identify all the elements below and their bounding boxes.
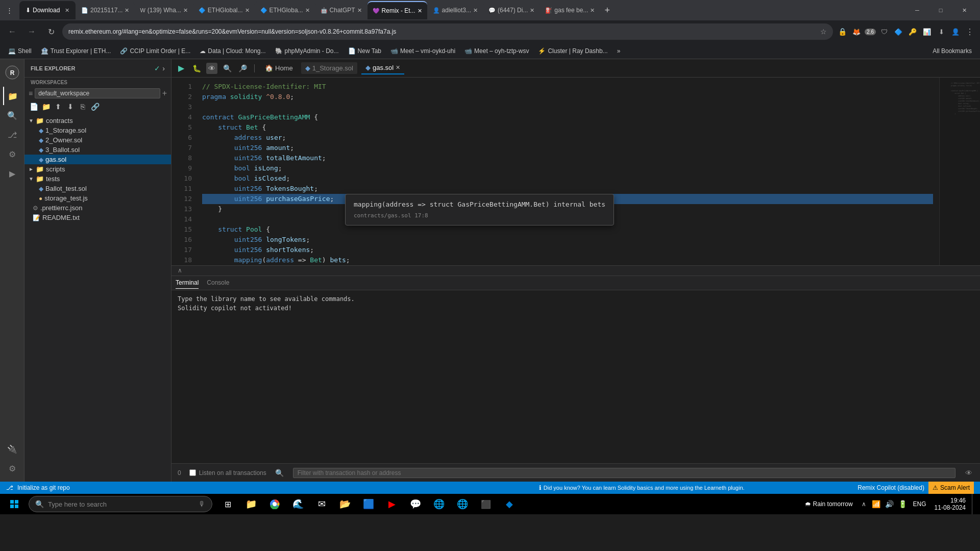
bookmarks-more-btn[interactable]: » [613,46,625,56]
tab-close-2[interactable]: ✕ [183,7,188,14]
file-readme[interactable]: 📝 README.txt [24,213,171,222]
file-prettier[interactable]: ⚙ .prettierrc.json [24,203,171,213]
upload-file-btn[interactable]: ⬆ [53,102,63,112]
tab-139-what[interactable]: W (139) Wha... ✕ [135,1,192,19]
listen-checkbox[interactable]: Listen on all transactions [189,469,266,477]
file-ballot-test[interactable]: ◆ Ballot_test.sol [24,184,171,193]
tab-close-9[interactable]: ✕ [590,7,595,14]
workspace-menu-btn[interactable]: ≡ [29,89,33,97]
ext-icon-4[interactable]: 🔷 [892,26,904,38]
new-file-btn[interactable]: 📄 [29,102,39,112]
git-init-status[interactable]: Initialize as git repo [17,484,70,491]
taskbar-youtube-btn[interactable]: ▶ [381,494,403,514]
bookmark-meet2[interactable]: 📹 Meet – oyh-tztp-wsv [460,46,533,56]
bookmark-phpmyadmin[interactable]: 🐘 phpMyAdmin - Do... [271,46,343,56]
tab-chatgpt[interactable]: 🤖 ChatGPT ✕ [315,1,367,19]
bookmark-cluster[interactable]: ⚡ Cluster | Ray Dashb... [534,46,611,56]
taskbar-app2-btn[interactable]: 💬 [404,494,427,514]
tab-close-5[interactable]: ✕ [357,7,362,14]
console-eye-icon[interactable]: 👁 [964,468,974,478]
copilot-status[interactable]: Remix Copilot (disabled) [857,484,924,491]
tray-battery-icon[interactable]: 🔋 [897,494,909,514]
tab-download[interactable]: ⬇ Download ✕ [19,1,76,19]
workspace-name-input[interactable]: default_workspace [35,88,160,98]
activity-settings-icon[interactable]: ⚙ [3,459,21,478]
zoom-out-btn[interactable]: 🔍 [222,63,233,74]
file-1storage[interactable]: ◆ 1_Storage.sol [24,126,171,135]
start-button[interactable] [4,494,24,514]
tab-terminal[interactable]: Terminal [176,277,199,289]
taskbar-vscode-btn[interactable]: ◆ [498,494,521,514]
forward-button[interactable]: → [23,23,40,40]
ext-icon-3[interactable]: 🛡 [878,26,890,38]
clone-btn[interactable]: ⎘ [78,102,88,112]
tab-close-7[interactable]: ✕ [473,7,478,14]
all-bookmarks-btn[interactable]: All Bookmarks [928,46,976,56]
bookmark-data[interactable]: ☁ Data | Cloud: Mong... [195,46,270,56]
folder-tests[interactable]: ▼ 📁 tests [24,174,171,184]
bookmark-star-icon[interactable]: ☆ [820,28,827,36]
listen-checkbox-input[interactable] [189,469,196,476]
taskbar-terminal-btn[interactable]: ⬛ [475,494,497,514]
new-folder-btn[interactable]: 📁 [41,102,51,112]
taskbar-file-explorer-btn[interactable]: 📁 [240,494,262,514]
bookmark-ccip[interactable]: 🔗 CCIP Limit Order | E... [116,46,194,56]
tab-console[interactable]: Console [207,277,229,288]
taskbar-edge2-btn[interactable]: 🌐 [451,494,474,514]
tab-adielliot[interactable]: 👤 adielliot3... ✕ [428,1,483,19]
address-bar[interactable]: remix.ethereum.org/#lang=en&optimize=fal… [62,23,833,40]
taskbar-mail-btn[interactable]: ✉ [310,494,333,514]
activity-files-icon[interactable]: 📁 [3,87,21,105]
bookmark-shell[interactable]: 💻 Shell [4,46,36,56]
workspace-add-btn[interactable]: + [162,89,167,98]
file-storage-test[interactable]: ● storage_test.js [24,193,171,203]
fe-check-icon[interactable]: ✓ [154,64,160,72]
watch-btn[interactable]: 👁 [206,63,217,74]
show-desktop-btn[interactable] [972,494,976,514]
tray-expand-btn[interactable]: ∧ [859,494,869,514]
fe-arrow-icon[interactable]: › [162,64,165,72]
taskbar-explorer2-btn[interactable]: 📂 [334,494,356,514]
tab-close-1[interactable]: ✕ [125,7,129,14]
ext-icon-5[interactable]: 🔑 [906,26,919,38]
tab-gasfee[interactable]: ⛽ gas fee be... ✕ [540,1,600,19]
close-button[interactable]: ✕ [952,2,976,18]
tab-20215117[interactable]: 📄 20215117... ✕ [76,1,134,19]
file-3ballot[interactable]: ◆ 3_Ballot.sol [24,145,171,155]
taskbar-search-bar[interactable]: 🔍 Type here to search 🎙 [29,496,212,512]
tab-ethglobal-1[interactable]: 🔷 ETHGlobal... ✕ [193,1,255,19]
bookmark-meet1[interactable]: 📹 Meet – vmi-oykd-uhi [386,46,459,56]
scam-alert-badge[interactable]: ⚠ Scam Alert [928,482,974,494]
panel-toggle-btn[interactable]: ∧ [172,265,980,276]
reload-button[interactable]: ↻ [43,23,59,40]
console-search-icon[interactable]: 🔍 [275,468,285,478]
activity-compile-icon[interactable]: ⚙ [3,145,21,163]
ext-icon-2[interactable]: 🦊 [850,26,863,38]
activity-git-icon[interactable]: ⎇ [3,126,21,144]
link-btn[interactable]: 🔗 [90,102,100,112]
minimize-button[interactable]: ─ [905,2,929,18]
tab-close-6[interactable]: ✕ [418,8,422,14]
tab-remix-active[interactable]: 💜 Remix - Et... ✕ [368,1,427,19]
file-gassol[interactable]: ◆ gas.sol [24,155,171,164]
tray-network-icon[interactable]: 📶 [870,494,883,514]
activity-deploy-icon[interactable]: ▶ [3,164,21,183]
bookmark-newtab[interactable]: 📄 New Tab [344,46,385,56]
taskbar-chrome-btn[interactable] [263,494,286,514]
taskbar-task-view-btn[interactable]: ⊞ [216,494,239,514]
tab-close-3[interactable]: ✕ [245,7,250,14]
weather-widget[interactable]: 🌧 Rain tomorrow [801,500,857,508]
zoom-in-btn[interactable]: 🔎 [237,63,248,74]
ext-icon-1[interactable]: 🔒 [836,26,848,38]
language-indicator[interactable]: ENG [911,500,928,508]
publish-btn[interactable]: ⬇ [65,102,76,112]
ext-icon-8[interactable]: 👤 [949,26,962,38]
tray-volume-icon[interactable]: 🔊 [884,494,896,514]
tab-close-4[interactable]: ✕ [305,7,310,14]
clock-display[interactable]: 19:46 11-08-2024 [930,497,970,511]
activity-search-icon[interactable]: 🔍 [3,106,21,124]
console-filter-input[interactable] [293,468,955,478]
debug-btn[interactable]: 🐛 [191,63,202,74]
code-content[interactable]: // SPDX-License-Identifier: MIT pragma s… [196,78,939,265]
activity-plugin-icon[interactable]: 🔌 [3,440,21,458]
